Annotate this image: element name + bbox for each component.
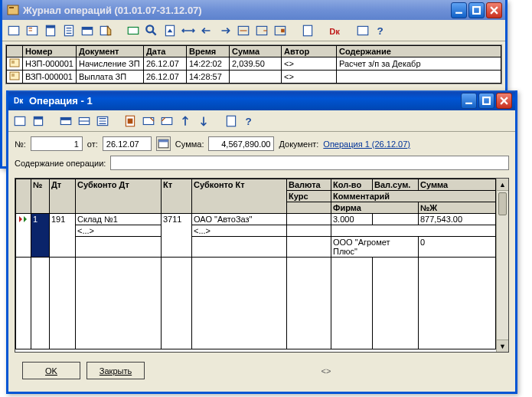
date-input[interactable]: 26.12.07 — [103, 136, 152, 151]
toolbar-icon[interactable] — [255, 24, 269, 38]
row-marker-icon — [16, 214, 31, 258]
journal-maximize-button[interactable] — [468, 2, 485, 18]
operation-toolbar: ? — [8, 110, 515, 132]
num-input[interactable]: 1 — [31, 136, 83, 151]
svg-rect-32 — [60, 117, 71, 120]
content-input[interactable] — [110, 156, 509, 170]
operation-title: Операция - 1 — [29, 95, 461, 107]
svg-rect-28 — [15, 116, 25, 125]
toolbar-icon[interactable] — [301, 24, 315, 38]
journal-toolbar: Dк ? — [2, 20, 505, 41]
table-header-row: Номер Документ Дата Время Сумма Автор Со… — [7, 46, 501, 57]
svg-rect-10 — [82, 27, 93, 29]
status-glyph: <> — [151, 366, 501, 376]
grid-header-row: № Дт Субконто Дт Кт Субконто Кт Валюта К… — [16, 179, 496, 191]
toolbar-icon[interactable] — [25, 24, 39, 38]
grid-row[interactable]: 1 191 Склад №1 3711 ОАО "АвтоЗаз" 3.000 … — [16, 214, 496, 225]
svg-text:Dк: Dк — [329, 26, 340, 35]
toolbar-icon[interactable] — [77, 114, 91, 128]
svg-rect-37 — [143, 117, 154, 124]
arrow-left-icon[interactable] — [200, 24, 214, 38]
table-row[interactable]: ВЗП-000001 Выплата ЗП 26.12.07 14:28:57 … — [7, 71, 501, 84]
help-icon[interactable]: ? — [374, 24, 388, 38]
doc-label: Документ: — [279, 139, 318, 149]
scroll-down-icon[interactable]: ▼ — [497, 340, 508, 352]
toolbar-dk-icon[interactable]: Dк — [328, 24, 342, 38]
operation-titlebar[interactable]: Dк Операция - 1 — [8, 90, 515, 110]
svg-rect-1 — [9, 7, 14, 8]
sum-label: Сумма: — [175, 139, 204, 149]
svg-rect-19 — [303, 25, 312, 36]
arrows-h-icon[interactable] — [181, 24, 195, 38]
arrow-down-icon[interactable] — [197, 114, 211, 128]
svg-rect-42 — [158, 139, 168, 142]
svg-rect-2 — [455, 11, 462, 13]
grid-row[interactable] — [16, 258, 496, 349]
help-icon[interactable]: ? — [243, 114, 256, 128]
toolbar-icon[interactable] — [13, 114, 27, 128]
close-button[interactable]: Закрыть — [86, 362, 145, 379]
sum-input[interactable]: 4,567,890.00 — [208, 136, 274, 151]
journal-close-button[interactable] — [486, 2, 502, 18]
toolbar-icon[interactable] — [99, 24, 113, 38]
toolbar-icon[interactable] — [96, 114, 109, 128]
journal-app-icon — [7, 4, 19, 16]
journal-table[interactable]: Номер Документ Дата Время Сумма Автор Со… — [6, 45, 501, 84]
svg-point-13 — [146, 25, 153, 32]
toolbar-icon[interactable] — [237, 24, 250, 38]
content-label: Содержание операции: — [15, 159, 106, 168]
svg-rect-36 — [128, 118, 133, 123]
calendar-button[interactable] — [156, 136, 171, 151]
svg-rect-7 — [46, 25, 54, 28]
operation-grid[interactable]: № Дт Субконто Дт Кт Субконто Кт Валюта К… — [15, 179, 496, 349]
grid-row[interactable]: <...> <...> — [16, 225, 496, 237]
toolbar-icon[interactable] — [7, 24, 21, 38]
svg-rect-39 — [227, 116, 235, 126]
toolbar-icon[interactable] — [145, 24, 158, 38]
grid-row[interactable]: ООО "Агромет Плюс" 0 — [16, 237, 496, 258]
svg-rect-30 — [34, 116, 42, 119]
journal-title: Журнал операций (01.01.07-31.12.07) — [23, 5, 451, 16]
svg-rect-21 — [357, 26, 368, 34]
row-icon — [7, 71, 23, 84]
scroll-up-icon[interactable]: ▲ — [497, 179, 508, 191]
toolbar-icon[interactable] — [163, 24, 177, 38]
toolbar-icon[interactable] — [44, 24, 57, 38]
toolbar-icon[interactable] — [59, 114, 73, 128]
svg-text:?: ? — [377, 25, 383, 36]
operation-close-button[interactable] — [496, 93, 512, 109]
svg-rect-4 — [8, 26, 19, 34]
toolbar-icon[interactable] — [160, 114, 174, 128]
num-label: №: — [15, 139, 26, 149]
operation-minimize-button[interactable] — [461, 93, 477, 109]
toolbar-icon[interactable] — [273, 24, 287, 38]
operation-app-icon: Dк — [13, 94, 25, 107]
svg-rect-38 — [162, 117, 172, 124]
svg-rect-26 — [465, 102, 472, 103]
document-link[interactable]: Операция 1 (26.12.07) — [323, 139, 410, 149]
svg-rect-18 — [281, 28, 285, 32]
svg-text:?: ? — [245, 115, 251, 126]
toolbar-icon[interactable] — [31, 114, 45, 128]
journal-minimize-button[interactable] — [451, 2, 467, 18]
from-label: от: — [87, 139, 98, 149]
row-icon — [7, 57, 23, 71]
toolbar-icon[interactable] — [126, 24, 140, 38]
toolbar-icon[interactable] — [224, 114, 238, 128]
arrow-right-icon[interactable] — [218, 24, 232, 38]
toolbar-icon[interactable] — [356, 24, 370, 38]
toolbar-icon[interactable] — [62, 24, 76, 38]
scroll-thumb[interactable] — [498, 192, 507, 215]
toolbar-icon[interactable] — [123, 114, 137, 128]
toolbar-icon[interactable] — [142, 114, 155, 128]
svg-rect-27 — [483, 97, 490, 104]
svg-rect-0 — [8, 5, 18, 15]
journal-titlebar[interactable]: Журнал операций (01.01.07-31.12.07) — [2, 0, 505, 20]
arrow-up-icon[interactable] — [178, 114, 192, 128]
grid-scrollbar[interactable]: ▲ ▼ — [496, 179, 508, 352]
svg-text:Dк: Dк — [14, 97, 24, 105]
table-row[interactable]: НЗП-000001 Начисление ЗП 26.12.07 14:22:… — [7, 57, 501, 71]
ok-button[interactable]: OK — [22, 362, 80, 379]
operation-maximize-button[interactable] — [478, 93, 494, 109]
toolbar-icon[interactable] — [80, 24, 94, 38]
